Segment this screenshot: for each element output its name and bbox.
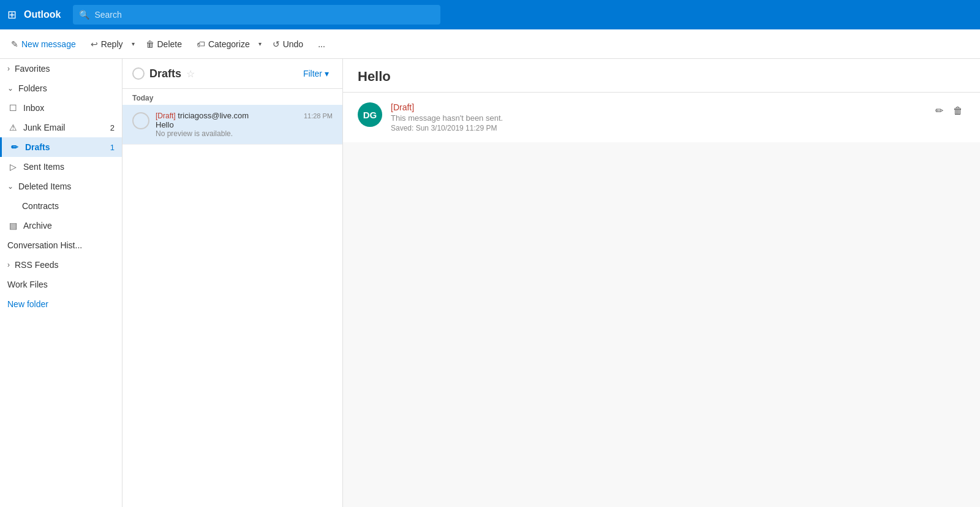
deleted-items-section[interactable]: ⌄ Deleted Items xyxy=(0,177,122,196)
email-detail-header: DG [Draft] This message hasn't been sent… xyxy=(343,93,980,142)
chevron-right-icon2: › xyxy=(7,261,10,269)
email-time: 11:28 PM xyxy=(304,112,333,120)
favorites-section[interactable]: › Favorites xyxy=(0,59,122,78)
sidebar: › Favorites ⌄ Folders ☐ Inbox ⚠ Junk Ema… xyxy=(0,59,123,507)
new-message-button[interactable]: ✎ New message xyxy=(5,36,82,53)
reply-icon: ↩ xyxy=(91,39,98,49)
filter-chevron-icon: ▾ xyxy=(325,69,329,78)
chevron-right-icon: › xyxy=(7,64,10,73)
filter-button[interactable]: Filter ▾ xyxy=(300,66,333,81)
drafts-icon: ✏ xyxy=(9,142,20,152)
app-logo: Outlook xyxy=(24,9,61,20)
undo-button[interactable]: ↺ Undo xyxy=(266,36,309,53)
chevron-down-icon: ⌄ xyxy=(7,84,13,93)
folder-title: Drafts xyxy=(149,67,181,80)
folders-section[interactable]: ⌄ Folders xyxy=(0,78,122,98)
reply-button[interactable]: ↩ Reply xyxy=(85,36,129,53)
sidebar-item-work-files[interactable]: Work Files xyxy=(0,275,122,294)
sidebar-item-rss[interactable]: › RSS Feeds xyxy=(0,255,122,275)
reading-actions: ✏ 🗑 xyxy=(933,102,965,119)
reply-split: ↩ Reply ▾ xyxy=(85,36,137,53)
archive-icon: ▤ xyxy=(7,221,18,231)
toolbar: ✎ New message ↩ Reply ▾ 🗑 Delete 🏷 Categ… xyxy=(0,29,980,59)
star-icon[interactable]: ☆ xyxy=(186,68,195,80)
categorize-dropdown-button[interactable]: ▾ xyxy=(256,37,264,51)
drafts-badge: 1 xyxy=(110,143,115,152)
sidebar-item-inbox[interactable]: ☐ Inbox xyxy=(0,98,122,118)
categorize-button[interactable]: 🏷 Categorize xyxy=(190,36,256,53)
search-box[interactable]: 🔍 xyxy=(73,5,440,25)
topbar: ⊞ Outlook 🔍 xyxy=(0,0,980,29)
avatar: DG xyxy=(358,102,382,127)
sidebar-item-contracts[interactable]: Contracts xyxy=(0,196,122,216)
select-all-checkbox[interactable] xyxy=(132,67,145,80)
reply-dropdown-button[interactable]: ▾ xyxy=(129,37,137,51)
undo-icon: ↺ xyxy=(273,39,280,49)
compose-icon: ✎ xyxy=(11,39,18,49)
delete-button[interactable]: 🗑 Delete xyxy=(140,36,188,53)
saved-text: Saved: Sun 3/10/2019 11:29 PM xyxy=(391,124,924,132)
draft-label: [Draft] xyxy=(391,102,924,112)
email-item[interactable]: [Draft] triciagoss@live.com Hello No pre… xyxy=(123,105,342,145)
main-layout: › Favorites ⌄ Folders ☐ Inbox ⚠ Junk Ema… xyxy=(0,59,980,507)
trash-button[interactable]: 🗑 xyxy=(951,103,965,119)
categorize-split: 🏷 Categorize ▾ xyxy=(190,36,264,53)
edit-button[interactable]: ✏ xyxy=(933,102,946,119)
email-list-header: Drafts ☆ Filter ▾ xyxy=(123,59,342,89)
date-group: Today xyxy=(123,89,342,105)
reading-meta: [Draft] This message hasn't been sent. S… xyxy=(391,102,924,132)
search-input[interactable] xyxy=(94,10,434,20)
email-sender: [Draft] triciagoss@live.com xyxy=(156,111,298,120)
email-content: [Draft] triciagoss@live.com Hello No pre… xyxy=(156,111,298,138)
email-subject: Hello xyxy=(156,120,298,129)
sidebar-item-drafts[interactable]: ✏ Drafts 1 xyxy=(0,137,122,157)
search-icon: 🔍 xyxy=(79,10,89,20)
sidebar-item-new-folder[interactable]: New folder xyxy=(0,294,122,314)
sent-icon: ▷ xyxy=(7,162,18,172)
sidebar-item-archive[interactable]: ▤ Archive xyxy=(0,216,122,235)
not-sent-text: This message hasn't been sent. xyxy=(391,113,924,123)
more-button[interactable]: ... xyxy=(312,36,331,53)
sidebar-item-sent[interactable]: ▷ Sent Items xyxy=(0,157,122,177)
sidebar-item-junk[interactable]: ⚠ Junk Email 2 xyxy=(0,118,122,137)
email-preview: No preview is available. xyxy=(156,129,298,138)
junk-badge: 2 xyxy=(110,123,115,132)
sidebar-item-conv-history[interactable]: Conversation Hist... xyxy=(0,235,122,255)
tag-icon: 🏷 xyxy=(197,39,205,49)
reading-pane: Hello DG [Draft] This message hasn't bee… xyxy=(343,59,980,507)
inbox-icon: ☐ xyxy=(7,103,18,113)
delete-icon: 🗑 xyxy=(146,39,154,49)
grid-icon[interactable]: ⊞ xyxy=(7,8,17,21)
junk-icon: ⚠ xyxy=(7,123,18,132)
email-subject-header: Hello xyxy=(343,59,980,93)
chevron-down-icon2: ⌄ xyxy=(7,182,13,191)
email-list: Drafts ☆ Filter ▾ Today [Draft] triciago… xyxy=(123,59,343,507)
email-avatar xyxy=(132,112,149,129)
